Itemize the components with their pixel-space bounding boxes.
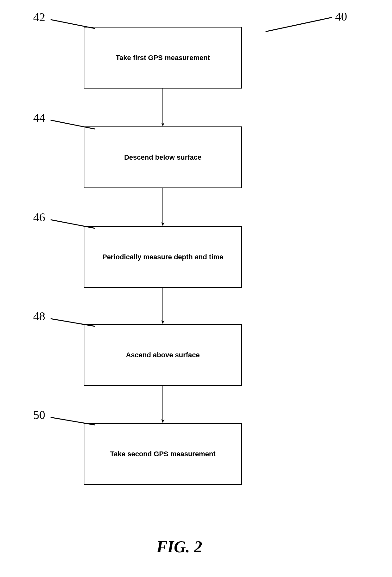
ref-label-44: 44 — [33, 111, 45, 125]
leadline-40 — [266, 17, 332, 32]
step-5-box: Take second GPS measurement — [84, 423, 242, 485]
step-3-box: Periodically measure depth and time — [84, 226, 242, 288]
figure-label: FIG. 2 — [156, 537, 202, 556]
ref-label-46: 46 — [33, 210, 45, 224]
step-2-box: Descend below surface — [84, 126, 242, 188]
step-2-label: Descend below surface — [124, 153, 202, 162]
step-1-label: Take first GPS measurement — [116, 54, 210, 62]
ref-label-50: 50 — [33, 408, 45, 422]
ref-label-42: 42 — [33, 10, 45, 24]
step-4-label: Ascend above surface — [126, 351, 200, 359]
step-3-label: Periodically measure depth and time — [102, 253, 224, 261]
step-1-box: Take first GPS measurement — [84, 27, 242, 89]
ref-label-48: 48 — [33, 309, 45, 323]
flowchart-canvas: Take first GPS measurement Descend below… — [0, 0, 392, 577]
step-5-label: Take second GPS measurement — [110, 450, 215, 458]
ref-label-40: 40 — [335, 9, 347, 23]
step-4-box: Ascend above surface — [84, 324, 242, 386]
